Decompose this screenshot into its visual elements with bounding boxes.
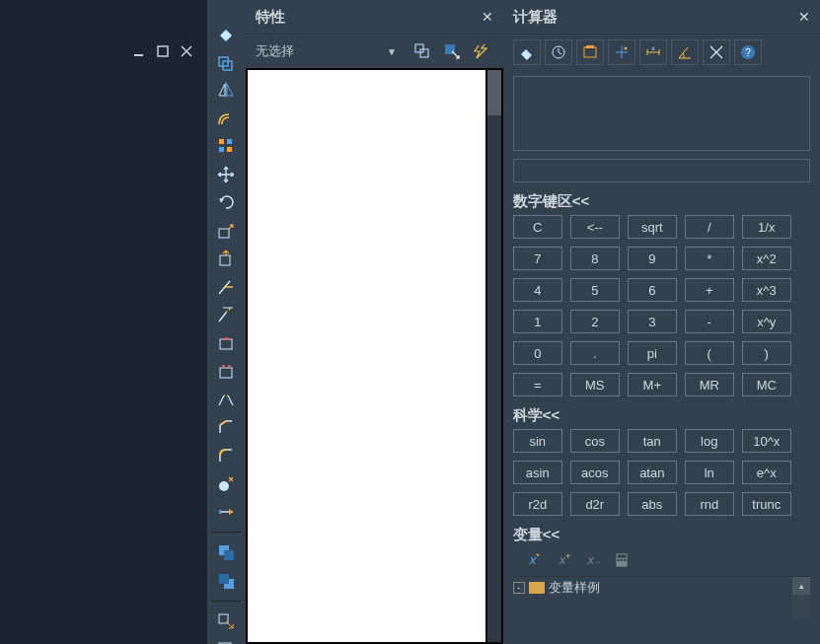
calc-key[interactable]: asin bbox=[513, 461, 562, 484]
calc-key[interactable]: MC bbox=[742, 373, 791, 396]
lengthen-icon[interactable] bbox=[214, 501, 238, 523]
scientific-section-header[interactable]: 科学<< bbox=[503, 396, 820, 425]
calc-key[interactable]: acos bbox=[570, 461, 620, 484]
calc-key[interactable]: 7 bbox=[513, 247, 562, 270]
calc-key[interactable]: sqrt bbox=[628, 215, 677, 239]
close-button[interactable] bbox=[179, 43, 194, 59]
calc-key[interactable]: + bbox=[685, 278, 734, 302]
extend-icon[interactable] bbox=[214, 305, 238, 326]
calc-key[interactable]: cos bbox=[570, 429, 620, 453]
calc-key[interactable]: / bbox=[685, 215, 734, 239]
calc-key[interactable]: atan bbox=[628, 461, 677, 484]
calc-key[interactable]: MR bbox=[685, 373, 734, 396]
calc-key[interactable]: d2r bbox=[570, 492, 620, 516]
copy-nested-icon[interactable] bbox=[214, 639, 238, 644]
edit-var-icon[interactable]: x.. bbox=[582, 550, 602, 570]
properties-scrollbar[interactable] bbox=[487, 70, 501, 642]
fillet-icon[interactable] bbox=[214, 445, 238, 466]
new-func-icon[interactable]: x+ bbox=[553, 550, 572, 570]
calculator-small-icon[interactable] bbox=[612, 550, 632, 570]
calc-key[interactable]: . bbox=[570, 341, 620, 365]
mirror-icon[interactable] bbox=[214, 80, 238, 102]
break-two-icon[interactable] bbox=[214, 361, 238, 383]
calc-key[interactable]: 9 bbox=[628, 247, 677, 270]
calc-key[interactable]: pi bbox=[628, 341, 677, 365]
join-icon[interactable] bbox=[214, 389, 238, 410]
break-point-icon[interactable] bbox=[214, 332, 238, 354]
move-props-icon[interactable] bbox=[214, 611, 238, 633]
calc-key[interactable]: 1/x bbox=[742, 215, 791, 239]
calc-key[interactable]: tan bbox=[628, 429, 677, 453]
rotate-icon[interactable] bbox=[214, 192, 238, 214]
array-icon[interactable] bbox=[214, 136, 238, 158]
calc-key[interactable]: 6 bbox=[628, 278, 677, 302]
calc-key[interactable]: = bbox=[513, 373, 562, 396]
angle-icon[interactable] bbox=[671, 39, 699, 65]
calc-key[interactable]: r2d bbox=[513, 492, 562, 516]
variables-section-header[interactable]: 变量<< bbox=[503, 516, 820, 544]
calc-key[interactable]: 4 bbox=[513, 278, 562, 302]
intersection-icon[interactable] bbox=[703, 39, 730, 65]
properties-close-icon[interactable]: ✕ bbox=[482, 9, 493, 25]
calc-key[interactable]: 5 bbox=[570, 278, 620, 302]
trim-icon[interactable] bbox=[214, 276, 238, 298]
new-var-icon[interactable]: x* bbox=[523, 550, 543, 570]
front-icon[interactable] bbox=[214, 542, 238, 564]
calc-key[interactable]: 1 bbox=[513, 310, 562, 333]
calc-key[interactable]: <-- bbox=[570, 215, 620, 239]
calculator-input[interactable] bbox=[513, 159, 810, 182]
calc-key[interactable]: x^2 bbox=[742, 247, 791, 270]
calc-key[interactable]: 2 bbox=[570, 310, 620, 333]
calc-key[interactable]: trunc bbox=[742, 492, 791, 516]
minimize-button[interactable] bbox=[131, 43, 147, 59]
explode-icon[interactable] bbox=[214, 473, 238, 495]
calc-key[interactable]: ln bbox=[685, 461, 734, 484]
calc-key[interactable]: 8 bbox=[570, 247, 620, 270]
calc-key[interactable]: x^3 bbox=[742, 278, 791, 302]
calc-key[interactable]: ( bbox=[685, 341, 734, 365]
numeric-section-header[interactable]: 数字键区<< bbox=[503, 182, 820, 211]
quickcalc-button[interactable] bbox=[470, 39, 493, 63]
calc-key[interactable]: log bbox=[685, 429, 734, 453]
scale-icon[interactable] bbox=[214, 220, 238, 242]
paste-value-icon[interactable] bbox=[576, 39, 604, 65]
tree-row[interactable]: - 变量样例 bbox=[513, 577, 790, 599]
calc-key[interactable]: sin bbox=[513, 429, 562, 453]
toggle-pip-button[interactable] bbox=[410, 39, 434, 63]
get-coords-icon[interactable] bbox=[608, 39, 635, 65]
back-icon[interactable] bbox=[214, 570, 238, 592]
calc-key[interactable]: e^x bbox=[742, 461, 791, 484]
calculator-close-icon[interactable]: ✕ bbox=[798, 9, 810, 25]
eraser-icon[interactable] bbox=[214, 24, 238, 45]
svg-rect-34 bbox=[584, 47, 596, 57]
calc-key[interactable]: MS bbox=[570, 373, 620, 396]
properties-scroll-thumb[interactable] bbox=[487, 70, 501, 115]
calc-key[interactable]: * bbox=[685, 247, 734, 270]
calc-key[interactable]: - bbox=[685, 310, 734, 333]
calc-key[interactable]: abs bbox=[628, 492, 677, 516]
calc-key[interactable]: x^y bbox=[742, 310, 791, 333]
calc-key[interactable]: M+ bbox=[628, 373, 677, 396]
help-icon[interactable]: ? bbox=[734, 39, 762, 65]
calc-key[interactable]: C bbox=[513, 215, 562, 239]
history-icon[interactable] bbox=[545, 39, 572, 65]
scroll-up-icon[interactable]: ▴ bbox=[792, 577, 810, 595]
calc-key[interactable]: 10^x bbox=[742, 429, 791, 453]
calc-key[interactable]: 3 bbox=[628, 310, 677, 333]
stretch-icon[interactable] bbox=[214, 249, 238, 270]
tree-collapse-icon[interactable]: - bbox=[513, 582, 525, 594]
offset-icon[interactable] bbox=[214, 107, 238, 129]
quick-select-button[interactable] bbox=[440, 39, 464, 63]
move-icon[interactable] bbox=[214, 164, 238, 185]
selection-combo[interactable]: 无选择 ▼ bbox=[256, 42, 404, 60]
distance-icon[interactable]: d bbox=[639, 39, 667, 65]
calc-key[interactable]: rnd bbox=[685, 492, 734, 516]
maximize-button[interactable] bbox=[155, 43, 171, 59]
clear-icon[interactable] bbox=[513, 39, 541, 65]
svg-text:d: d bbox=[651, 45, 654, 51]
calc-key[interactable]: 0 bbox=[513, 341, 562, 365]
duplicate-icon[interactable] bbox=[214, 51, 238, 73]
chamfer-icon[interactable] bbox=[214, 417, 238, 439]
calc-key[interactable]: ) bbox=[742, 341, 791, 365]
svg-rect-0 bbox=[134, 54, 143, 56]
